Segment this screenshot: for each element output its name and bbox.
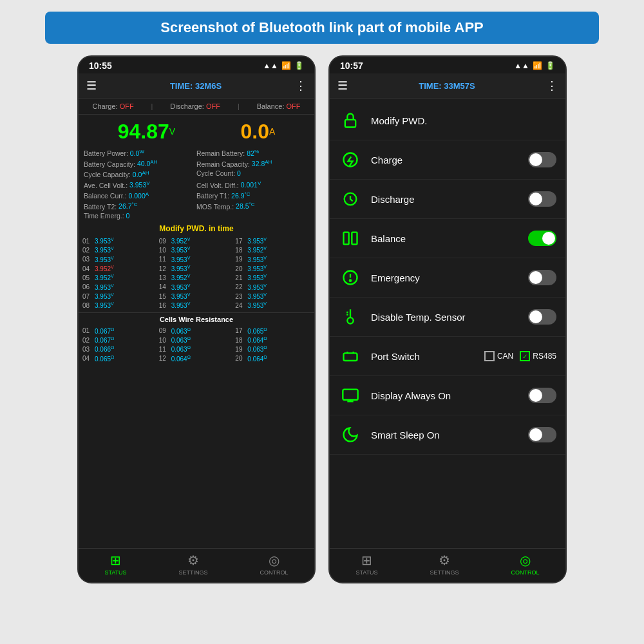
info-remain-cap: Remain Capacity: 32.8AH <box>196 158 309 169</box>
ctrl-label-lock: Modify PWD. <box>371 115 556 126</box>
cell-item: 033.953V <box>82 256 158 263</box>
more-icon-right[interactable]: ⋮ <box>546 79 558 93</box>
nav-status-left[interactable]: ⊞ STATUS <box>104 553 126 576</box>
toggle-thumb <box>529 428 542 441</box>
menu-icon-right[interactable]: ☰ <box>337 79 348 93</box>
ctrl-label-emergency: Emergency <box>371 272 519 283</box>
cell-item: 103.953V <box>159 246 234 254</box>
nav-status-right[interactable]: ⊞ STATUS <box>355 553 377 576</box>
header-title-right: TIME: 33M57S <box>419 81 475 91</box>
toggle-thumb <box>529 310 542 323</box>
svg-rect-3 <box>352 232 357 245</box>
settings-label-left: SETTINGS <box>179 569 208 576</box>
temp-icon <box>339 305 362 328</box>
balance-icon <box>339 227 362 250</box>
more-icon-left[interactable]: ⋮ <box>295 79 307 93</box>
settings-label-right: SETTINGS <box>430 569 459 576</box>
resistance-item: 020.067Ω <box>82 336 158 344</box>
cell-item: 223.953V <box>235 283 310 291</box>
control-label-right: CONTROL <box>511 569 539 576</box>
nav-control-left[interactable]: ◎ CONTROL <box>260 553 288 576</box>
voltage-display: 94.87V <box>118 120 175 144</box>
nav-settings-right[interactable]: ⚙ SETTINGS <box>430 553 459 576</box>
battery-icon-right: 🔋 <box>545 61 555 70</box>
ctrl-label-balance: Balance <box>371 233 519 244</box>
info-grid: Battery Power: 0.0W Remain Battery: 82% … <box>79 146 314 222</box>
resistance-item: 090.063Ω <box>159 327 234 335</box>
toggle-discharge[interactable] <box>528 191 556 207</box>
toggle-balance[interactable] <box>528 231 556 246</box>
control-list: Modify PWD.ChargeDischargeBalanceEmergen… <box>330 99 565 457</box>
control-item-emergency: Emergency <box>330 258 565 298</box>
current-value: 0.0 <box>240 120 269 143</box>
emergency-icon <box>339 266 362 289</box>
toggle-thumb <box>529 389 542 402</box>
cell-item: 043.952V <box>82 265 158 272</box>
control-item-sleep: Smart Sleep On <box>330 415 565 455</box>
control-icon-left: ◎ <box>269 553 279 568</box>
time-right: 10:57 <box>340 61 363 71</box>
big-readings: 94.87V 0.0A <box>79 115 314 146</box>
warning-text: Modify PWD. in time <box>79 222 314 234</box>
resistance-item: 190.063Ω <box>235 345 310 353</box>
cell-item: 193.953V <box>235 256 310 263</box>
resistance-item: 180.064Ω <box>235 336 310 344</box>
resistance-grid: 010.067Ω090.063Ω170.065Ω020.067Ω100.063Ω… <box>79 325 314 365</box>
toggle-emergency[interactable] <box>528 270 556 285</box>
toggle-thumb <box>542 232 555 245</box>
toggle-charge[interactable] <box>528 152 556 167</box>
info-ave-cell: Ave. Cell Volt.: 3.953V <box>84 180 196 190</box>
cell-item: 083.953V <box>82 301 158 309</box>
toggle-thumb <box>529 271 542 284</box>
can-checkbox[interactable]: CAN <box>484 351 513 361</box>
cell-item: 063.953V <box>82 283 158 291</box>
toggle-thumb <box>529 193 542 205</box>
banner: Screenshot of Bluetooth link part of mob… <box>45 12 599 44</box>
cell-item: 143.953V <box>159 283 234 291</box>
status-icon-left: ⊞ <box>110 553 121 568</box>
resistance-item: 030.066Ω <box>82 345 158 353</box>
cell-item: 053.952V <box>82 274 158 281</box>
toggle-sleep[interactable] <box>528 427 556 442</box>
signal-icon-right: ▲▲ <box>514 61 529 70</box>
cell-item: 233.953V <box>235 292 310 300</box>
battery-icon: 🔋 <box>294 61 304 70</box>
control-item-discharge: Discharge <box>330 180 565 219</box>
info-batt-t2: Battery T2: 26.7°C <box>84 201 196 211</box>
can-check[interactable] <box>484 351 495 361</box>
toggle-temp[interactable] <box>528 309 556 325</box>
phone-left: 10:55 ▲▲ 📶 🔋 ☰ TIME: 32M6S ⋮ Charge: OFF… <box>77 55 316 583</box>
port-icon <box>339 345 362 368</box>
port-switch-row: CANRS485 <box>484 351 556 361</box>
nav-settings-left[interactable]: ⚙ SETTINGS <box>179 553 208 576</box>
settings-icon-right: ⚙ <box>439 553 450 568</box>
balance-status: Balance: OFF <box>257 102 301 110</box>
control-item-lock: Modify PWD. <box>330 101 565 140</box>
rs485-checkbox[interactable]: RS485 <box>520 351 556 361</box>
wifi-icon: 📶 <box>281 61 291 70</box>
bottom-nav-left: ⊞ STATUS ⚙ SETTINGS ◎ CONTROL <box>79 548 314 582</box>
control-item-balance: Balance <box>330 219 565 258</box>
nav-control-right[interactable]: ◎ CONTROL <box>511 553 539 576</box>
rs485-check[interactable] <box>520 351 530 361</box>
toggle-thumb <box>529 153 542 166</box>
svg-rect-2 <box>344 232 349 245</box>
status-bar-right: 10:57 ▲▲ 📶 🔋 <box>330 57 565 73</box>
settings-icon-left: ⚙ <box>187 553 199 568</box>
cell-item: 203.953V <box>235 265 310 272</box>
time-left: 10:55 <box>89 61 112 71</box>
ctrl-label-port: Port Switch <box>371 351 475 362</box>
ctrl-label-discharge: Discharge <box>371 194 519 205</box>
menu-icon-left[interactable]: ☰ <box>86 79 97 93</box>
charge-status: Charge: OFF <box>92 102 133 110</box>
screen-left: Charge: OFF | Discharge: OFF | Balance: … <box>79 99 314 548</box>
discharge-icon <box>339 187 362 211</box>
cell-item: 013.953V <box>82 237 158 245</box>
cell-item: 113.953V <box>159 256 234 263</box>
resistance-item: 120.064Ω <box>159 355 234 363</box>
voltage-value: 94.87 <box>118 120 169 143</box>
info-battery-power: Battery Power: 0.0W <box>84 147 196 158</box>
current-display: 0.0A <box>240 120 275 144</box>
lock-icon <box>339 109 362 132</box>
toggle-display[interactable] <box>528 388 556 403</box>
